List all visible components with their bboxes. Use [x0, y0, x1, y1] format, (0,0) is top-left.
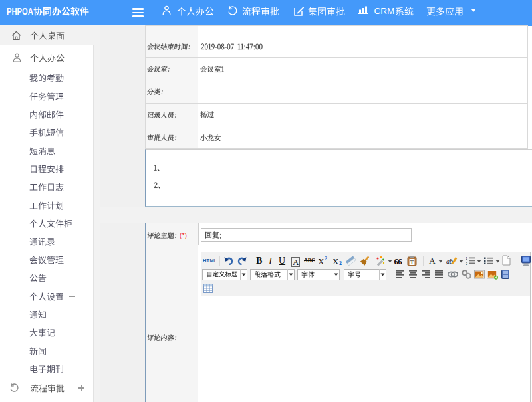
svg-text:ab: ab [446, 258, 453, 265]
svg-text:1: 1 [466, 256, 467, 260]
svg-text:T: T [410, 260, 414, 266]
svg-text:2: 2 [466, 262, 467, 266]
